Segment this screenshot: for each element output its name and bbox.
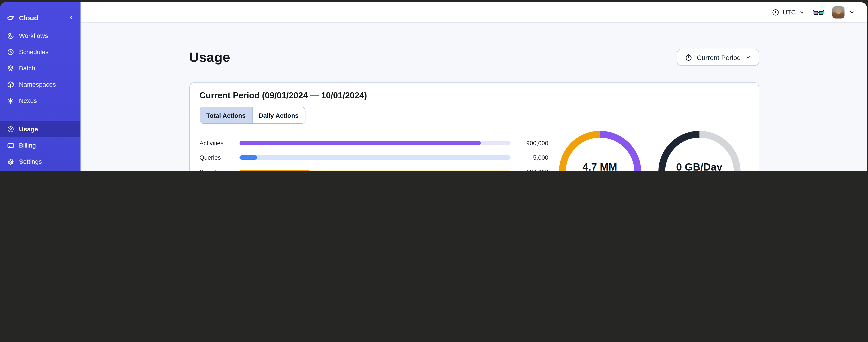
- timezone-selector[interactable]: UTC: [772, 8, 805, 16]
- bar-label: Activities: [199, 140, 239, 146]
- usage-bar-chart: Activities 900,000 Queries 5,000 Signals…: [199, 141, 548, 171]
- bar-value: 130,000: [510, 169, 548, 171]
- sidebar-item-label: Schedules: [19, 48, 49, 56]
- bar-label: Signals: [199, 169, 239, 171]
- main-area: UTC: [81, 2, 867, 171]
- sidebar-brand-cloud: Cloud: [0, 9, 81, 26]
- donut-value: 4.7 MM: [583, 161, 617, 171]
- avatar: [832, 6, 844, 18]
- topbar: UTC: [81, 2, 867, 23]
- content: Usage Current Period: [81, 23, 867, 171]
- period-dropdown-label: Current Period: [697, 54, 741, 61]
- total-actions-donut: 4.7 MM Total Actions: [559, 131, 641, 171]
- settings-gear-icon: [7, 158, 14, 165]
- bar-fill: [239, 170, 310, 171]
- sidebar-item-schedules[interactable]: Schedules: [0, 44, 81, 60]
- bar-value: 5,000: [510, 154, 548, 161]
- total-storage-donut: 0 GB/Day Total Storage: [658, 131, 740, 171]
- donut-value: 0 GB/Day: [676, 161, 722, 171]
- namespaces-cube-icon: [7, 80, 14, 88]
- cloud-orbit-icon: [7, 14, 14, 22]
- sidebar-collapse-icon[interactable]: [67, 14, 75, 22]
- account-menu[interactable]: [832, 6, 855, 18]
- tab-total-actions[interactable]: Total Actions: [200, 107, 252, 123]
- billing-card-icon: [7, 141, 14, 149]
- usage-bar: Queries 5,000: [199, 155, 548, 160]
- usage-bar: Activities 900,000: [199, 141, 548, 145]
- chevron-down-icon: [799, 9, 805, 15]
- sidebar-divider: [0, 114, 81, 115]
- sidebar-item-label: Settings: [19, 158, 42, 165]
- chevron-down-icon: [745, 54, 751, 61]
- workflows-icon: [7, 32, 14, 39]
- sidebar-item-label: Workflows: [19, 32, 48, 39]
- batch-layers-icon: [7, 64, 14, 72]
- timezone-label: UTC: [783, 8, 796, 16]
- chevron-down-icon: [848, 9, 855, 15]
- bar-track: [239, 155, 510, 160]
- sidebar-item-usage[interactable]: Usage: [0, 121, 81, 137]
- sidebar-brand-label: Cloud: [19, 14, 38, 22]
- nexus-asterisk-icon: [7, 97, 14, 104]
- sidebar: Cloud Workflows Schedules: [0, 2, 81, 171]
- sidebar-item-label: Billing: [19, 142, 36, 149]
- dev-mode-glasses-button[interactable]: [813, 8, 824, 16]
- donut-charts: 4.7 MM Total Actions 0 GB/Day Total Stor…: [548, 131, 748, 171]
- page-title: Usage: [189, 49, 230, 65]
- clock-icon: [772, 8, 779, 16]
- sidebar-item-nexus[interactable]: Nexus: [0, 93, 81, 109]
- sidebar-item-label: Usage: [19, 126, 38, 133]
- actions-tab-group: Total Actions Daily Actions: [199, 107, 305, 124]
- sidebar-item-namespaces[interactable]: Namespaces: [0, 76, 81, 93]
- sidebar-item-settings[interactable]: Settings: [0, 153, 81, 170]
- glasses-icon: [813, 8, 824, 16]
- tab-daily-actions[interactable]: Daily Actions: [252, 107, 305, 123]
- bar-track: [239, 170, 510, 171]
- screen: Cloud Workflows Schedules: [0, 0, 868, 171]
- sidebar-item-workflows[interactable]: Workflows: [0, 28, 81, 44]
- period-dropdown-button[interactable]: Current Period: [677, 49, 759, 66]
- sidebar-item-batch[interactable]: Batch: [0, 60, 81, 76]
- bar-track: [239, 141, 510, 145]
- usage-bar: Signals 130,000: [199, 170, 548, 171]
- bar-label: Queries: [199, 154, 239, 161]
- bar-value: 900,000: [510, 140, 548, 146]
- current-period-card: Current Period (09/01/2024 — 10/01/2024)…: [189, 82, 759, 171]
- card-title: Current Period (09/01/2024 — 10/01/2024): [199, 91, 748, 101]
- sidebar-item-label: Nexus: [19, 97, 37, 104]
- schedules-clock-icon: [7, 48, 14, 56]
- bar-fill: [239, 155, 257, 160]
- app-window: Cloud Workflows Schedules: [0, 2, 867, 171]
- sidebar-item-label: Namespaces: [19, 81, 56, 88]
- sidebar-item-billing[interactable]: Billing: [0, 137, 81, 153]
- usage-gauge-icon: [7, 125, 14, 133]
- bar-fill: [239, 141, 480, 145]
- sidebar-item-label: Batch: [19, 65, 35, 72]
- stopwatch-icon: [685, 53, 693, 61]
